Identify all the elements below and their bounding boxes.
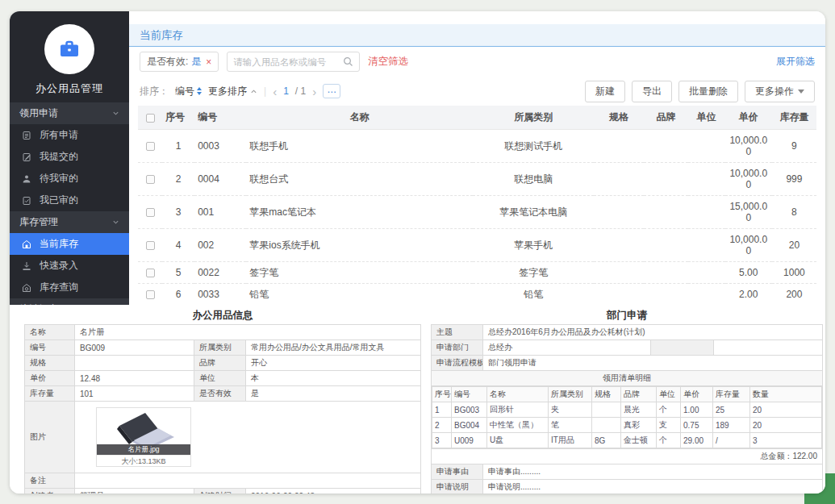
sidebar-item-当前库存[interactable]: 当前库存 <box>10 233 129 255</box>
sidebar-item-label: 待我审的 <box>40 172 78 185</box>
cell-spec <box>594 129 644 162</box>
sidebar-nav: 领用申请所有申请我提交的待我审的我已审的库存管理当前库存快速录入库存查询统计报表 <box>10 102 129 305</box>
logo-area <box>10 11 129 74</box>
field-value: 总经办 <box>483 340 651 356</box>
search-icon[interactable] <box>343 56 353 67</box>
sidebar-item-label: 我已审的 <box>40 194 78 207</box>
clear-filter-link[interactable]: 清空筛选 <box>368 55 408 69</box>
divider: | <box>264 85 266 97</box>
row-checkbox[interactable] <box>146 142 155 151</box>
column-header-名称[interactable]: 名称 <box>246 106 473 129</box>
column-header-编号[interactable]: 编号 <box>194 106 246 129</box>
attachment-thumbnail[interactable]: 名片册.jpg 大小:13.13KB <box>96 407 191 467</box>
request-panel-title: 部门申请 <box>431 306 823 324</box>
detail-column-编号: 编号 <box>452 387 487 402</box>
column-header-单价[interactable]: 单价 <box>725 106 772 129</box>
select-all-checkbox[interactable] <box>146 114 155 123</box>
chip-remove-icon[interactable]: × <box>206 56 211 68</box>
cell-no: 1 <box>162 129 194 162</box>
cell-stock: 8 <box>772 195 816 228</box>
prev-page-icon[interactable]: ‹ <box>273 85 277 98</box>
batch-delete-button[interactable]: 批量删除 <box>678 81 738 102</box>
download-icon <box>22 261 32 271</box>
cell-category: 联想测试手机 <box>473 129 594 162</box>
column-header-品牌[interactable]: 品牌 <box>644 106 687 129</box>
button-label: 更多操作 <box>755 85 794 98</box>
nav-group-统计报表[interactable]: 统计报表 <box>10 298 129 305</box>
page-title: 当前库存 <box>140 28 183 43</box>
field-label: 单价 <box>25 371 75 386</box>
detail-cell: 金士顿 <box>621 433 657 448</box>
field-value: 开心 <box>246 356 421 371</box>
sidebar-item-我提交的[interactable]: 我提交的 <box>10 146 129 168</box>
detail-cell: 8G <box>592 433 621 448</box>
button-label: 导出 <box>642 85 662 98</box>
detail-cell: 29.00 <box>681 433 713 448</box>
field-value-empty <box>714 340 823 356</box>
search-input[interactable] <box>233 57 343 67</box>
current-page[interactable]: 1 <box>283 85 289 97</box>
cell-unit <box>688 195 725 228</box>
export-button[interactable]: 导出 <box>632 81 672 102</box>
nav-group-label: 领用申请 <box>19 106 58 120</box>
cell-name: 苹果ios系统手机 <box>246 228 473 261</box>
table-row[interactable]: 4002苹果ios系统手机苹果手机10,000.0020 <box>138 228 816 261</box>
column-header-所属类别[interactable]: 所属类别 <box>473 106 594 129</box>
item-info-table: 名称 名片册 编号 BG009 所属类别 常用办公用品/办公文具用品/常用文具 … <box>24 324 421 494</box>
sidebar-item-快速录入[interactable]: 快速录入 <box>10 255 129 277</box>
expand-filter-link[interactable]: 展开筛选 <box>776 55 815 69</box>
table-row[interactable]: 3001苹果mac笔记本苹果笔记本电脑15,000.008 <box>138 195 816 228</box>
cell-stock: 200 <box>772 283 816 305</box>
more-sort-button[interactable]: 更多排序 <box>208 85 257 98</box>
detail-cell: BG004 <box>452 418 487 433</box>
inventory-icon <box>22 240 32 249</box>
sidebar-item-所有申请[interactable]: 所有申请 <box>10 124 129 146</box>
field-label: 创建时间 <box>194 489 246 494</box>
detail-row: 2BG004中性笔（黑）笔真彩支0.7518920 <box>432 418 822 433</box>
cell-no: 2 <box>162 162 194 195</box>
next-page-icon[interactable]: › <box>312 85 316 98</box>
sidebar-item-库存查询[interactable]: 库存查询 <box>10 277 129 298</box>
column-header-库存量[interactable]: 库存量 <box>772 106 816 129</box>
sort-field-button[interactable]: 编号 <box>175 85 202 98</box>
new-button[interactable]: 新建 <box>585 81 625 102</box>
sort-arrows-icon <box>197 87 202 95</box>
row-checkbox[interactable] <box>146 208 155 217</box>
cell-unit <box>688 283 725 305</box>
field-label: 创建者 <box>25 489 75 494</box>
table-row[interactable]: 50022签字笔签字笔5.001000 <box>138 261 816 283</box>
card-holder-image: 名片册.jpg <box>97 408 190 455</box>
sidebar-item-label: 所有申请 <box>40 128 78 142</box>
app-window: 办公用品管理 领用申请所有申请我提交的待我审的我已审的库存管理当前库存快速录入库… <box>10 11 825 494</box>
cell-name: 联想手机 <box>246 129 473 162</box>
column-header-单位[interactable]: 单位 <box>688 106 725 129</box>
sidebar-item-待我审的[interactable]: 待我审的 <box>10 168 129 190</box>
detail-cell: 夹 <box>549 402 592 418</box>
cell-name: 联想台式 <box>246 162 473 195</box>
table-row[interactable]: 60033铅笔铅笔2.00200 <box>138 283 816 305</box>
cell-brand <box>644 162 687 195</box>
column-header-规格[interactable]: 规格 <box>594 106 644 129</box>
field-value: 管理员 <box>75 489 194 494</box>
detail-cell: 1.00 <box>681 402 713 418</box>
field-label: 申请事由 <box>432 464 483 480</box>
button-label: 批量删除 <box>689 85 728 98</box>
row-checkbox[interactable] <box>146 175 155 184</box>
row-checkbox[interactable] <box>146 290 155 299</box>
sidebar-item-我已审的[interactable]: 我已审的 <box>10 190 129 211</box>
column-header-序号[interactable]: 序号 <box>162 106 194 129</box>
filter-chip[interactable]: 是否有效: 是 × <box>140 52 219 72</box>
row-checkbox[interactable] <box>146 241 155 250</box>
nav-group-领用申请[interactable]: 领用申请 <box>10 102 129 124</box>
detail-column-名称: 名称 <box>487 387 549 402</box>
nav-group-库存管理[interactable]: 库存管理 <box>10 211 129 233</box>
table-row[interactable]: 10003联想手机联想测试手机10,000.009 <box>138 129 816 162</box>
row-checkbox[interactable] <box>146 269 155 277</box>
table-row[interactable]: 20004联想台式联想电脑10,000.00999 <box>138 162 816 195</box>
detail-cell: 回形针 <box>487 402 549 418</box>
cell-spec <box>594 162 644 195</box>
more-operations-button[interactable]: 更多操作 <box>745 81 815 102</box>
field-value: 101 <box>75 386 194 402</box>
more-pages-button[interactable]: … <box>323 84 340 98</box>
detail-cell: 2 <box>432 418 452 433</box>
